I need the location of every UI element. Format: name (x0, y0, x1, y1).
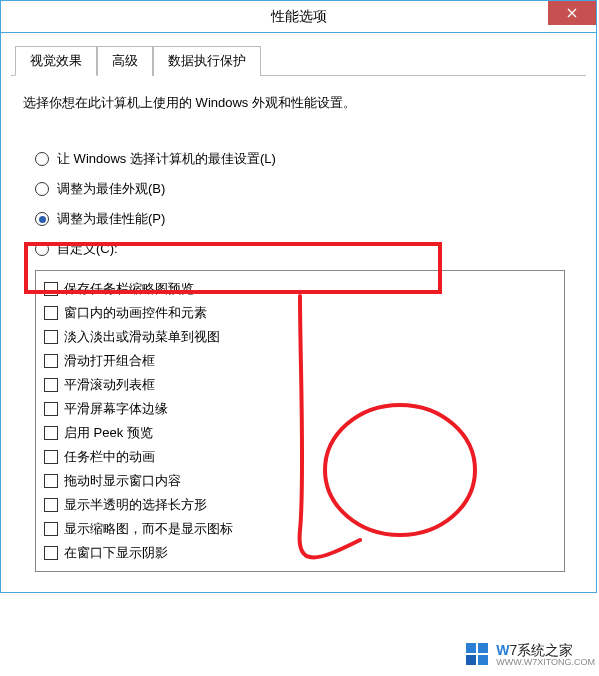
checkbox-label: 显示缩略图，而不是显示图标 (64, 520, 233, 538)
radio-auto[interactable]: 让 Windows 选择计算机的最佳设置(L) (35, 150, 574, 168)
checkbox-item[interactable]: 保存任务栏缩略图预览 (42, 277, 558, 301)
checkbox-item[interactable]: 在窗口下显示阴影 (42, 541, 558, 565)
checkbox-item[interactable]: 显示半透明的选择长方形 (42, 493, 558, 517)
checkbox-icon (44, 402, 58, 416)
checkbox-icon (44, 426, 58, 440)
radio-label: 让 Windows 选择计算机的最佳设置(L) (57, 150, 276, 168)
radio-icon (35, 242, 49, 256)
checkbox-icon (44, 474, 58, 488)
checkbox-icon (44, 330, 58, 344)
radio-group: 让 Windows 选择计算机的最佳设置(L) 调整为最佳外观(B) 调整为最佳… (23, 150, 574, 258)
checkbox-item[interactable]: 启用 Peek 预览 (42, 421, 558, 445)
checkbox-item[interactable]: 平滑滚动列表框 (42, 373, 558, 397)
checkbox-icon (44, 450, 58, 464)
checkbox-icon (44, 282, 58, 296)
checkbox-icon (44, 522, 58, 536)
radio-label: 调整为最佳外观(B) (57, 180, 165, 198)
radio-best-performance[interactable]: 调整为最佳性能(P) (35, 210, 574, 228)
checkbox-label: 滑动打开组合框 (64, 352, 155, 370)
checkbox-icon (44, 354, 58, 368)
checkbox-label: 平滑滚动列表框 (64, 376, 155, 394)
checkbox-item[interactable]: 任务栏中的动画 (42, 445, 558, 469)
checkbox-item[interactable]: 滑动打开组合框 (42, 349, 558, 373)
effects-checkbox-list: 保存任务栏缩略图预览 窗口内的动画控件和元素 淡入淡出或滑动菜单到视图 滑动打开… (35, 270, 565, 572)
radio-label: 调整为最佳性能(P) (57, 210, 165, 228)
watermark-text: W7系统之家 WWW.W7XITONG.COM (496, 643, 595, 668)
checkbox-label: 拖动时显示窗口内容 (64, 472, 181, 490)
checkbox-icon (44, 546, 58, 560)
panel-description: 选择你想在此计算机上使用的 Windows 外观和性能设置。 (23, 94, 574, 112)
checkbox-label: 淡入淡出或滑动菜单到视图 (64, 328, 220, 346)
tab-dep[interactable]: 数据执行保护 (153, 46, 261, 76)
checkbox-item[interactable]: 拖动时显示窗口内容 (42, 469, 558, 493)
tab-visual-effects[interactable]: 视觉效果 (15, 46, 97, 76)
checkbox-item[interactable]: 淡入淡出或滑动菜单到视图 (42, 325, 558, 349)
radio-best-appearance[interactable]: 调整为最佳外观(B) (35, 180, 574, 198)
window-title: 性能选项 (271, 8, 327, 26)
checkbox-item[interactable]: 显示缩略图，而不是显示图标 (42, 517, 558, 541)
watermark-logo-icon (466, 643, 492, 667)
checkbox-label: 显示半透明的选择长方形 (64, 496, 207, 514)
radio-label: 自定义(C): (57, 240, 118, 258)
checkbox-label: 在窗口下显示阴影 (64, 544, 168, 562)
radio-icon (35, 152, 49, 166)
checkbox-label: 启用 Peek 预览 (64, 424, 153, 442)
radio-icon (35, 182, 49, 196)
content-area: 视觉效果 高级 数据执行保护 选择你想在此计算机上使用的 Windows 外观和… (1, 33, 596, 592)
watermark-brand: W7系统之家 (496, 643, 595, 658)
checkbox-icon (44, 378, 58, 392)
close-icon (567, 8, 577, 18)
close-button[interactable] (548, 1, 596, 25)
tab-advanced[interactable]: 高级 (97, 46, 153, 76)
checkbox-label: 保存任务栏缩略图预览 (64, 280, 194, 298)
checkbox-label: 任务栏中的动画 (64, 448, 155, 466)
checkbox-item[interactable]: 平滑屏幕字体边缘 (42, 397, 558, 421)
checkbox-icon (44, 498, 58, 512)
titlebar: 性能选项 (1, 1, 596, 33)
watermark: W7系统之家 WWW.W7XITONG.COM (466, 643, 595, 668)
checkbox-icon (44, 306, 58, 320)
checkbox-item[interactable]: 窗口内的动画控件和元素 (42, 301, 558, 325)
radio-custom[interactable]: 自定义(C): (35, 240, 574, 258)
performance-options-window: 性能选项 视觉效果 高级 数据执行保护 选择你想在此计算机上使用的 Window… (0, 0, 597, 593)
radio-icon (35, 212, 49, 226)
checkbox-label: 窗口内的动画控件和元素 (64, 304, 207, 322)
tab-strip: 视觉效果 高级 数据执行保护 (11, 45, 586, 76)
checkbox-label: 平滑屏幕字体边缘 (64, 400, 168, 418)
visual-effects-panel: 选择你想在此计算机上使用的 Windows 外观和性能设置。 让 Windows… (11, 76, 586, 582)
watermark-url: WWW.W7XITONG.COM (496, 658, 595, 668)
